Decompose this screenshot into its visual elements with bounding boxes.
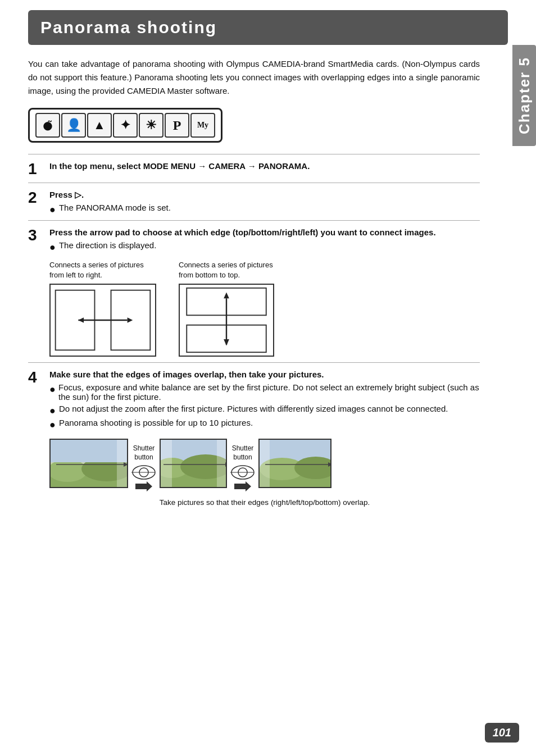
diagram-horizontal-caption: Connects a series of pictures from left … (49, 260, 151, 280)
pano-sequence: Shutterbutton (49, 439, 480, 492)
mode-icon-scene: ☀ (139, 113, 163, 138)
page-header: Panorama shooting (28, 10, 508, 45)
step-4-bullet-1: ● Focus, exposure and white balance are … (49, 382, 480, 402)
camera-icon-2 (230, 464, 255, 480)
diagram-horizontal: Connects a series of pictures from left … (49, 260, 156, 357)
pano-img-1-block (49, 439, 128, 488)
step-2-bullet-1-text: The PANORAMA mode is set. (59, 203, 171, 212)
step-3-bullet-1: ● The direction is displayed. (49, 240, 480, 252)
svg-marker-33 (234, 481, 251, 491)
scene-1-svg (51, 440, 128, 488)
mode-icon-sport: ✦ (113, 113, 138, 138)
mode-icons-row: ●̃ 👤 ▲ ✦ ☀ P My (28, 108, 222, 143)
step-4-bullet-1-text: Focus, exposure and white balance are se… (58, 382, 480, 402)
svg-marker-29 (225, 462, 227, 467)
vertical-arrow-svg (180, 285, 273, 356)
scene-3-svg (260, 440, 331, 488)
pano-img-2 (160, 439, 227, 488)
step-4-number: 4 (28, 370, 49, 385)
shutter-1-label: Shutterbutton (133, 444, 155, 462)
page-title: Panorama shooting (40, 18, 496, 37)
mode-icon-auto: ●̃ (35, 113, 60, 138)
step-3-content: Press the arrow pad to choose at which e… (49, 226, 480, 357)
step-1-title: In the top menu, select MODE MENU → CAME… (49, 160, 480, 172)
chapter-tab: Chapter 5 (512, 45, 536, 146)
bullet-dot-4: ● (49, 406, 56, 416)
step-4-bullet-3-text: Panorama shooting is possible for up to … (59, 418, 253, 427)
pano-img-2-block (160, 439, 227, 488)
step-2-bullet-1: ● The PANORAMA mode is set. (49, 203, 480, 215)
step-2-number: 2 (28, 190, 49, 206)
step-4-content: Make sure that the edges of images overl… (49, 368, 480, 506)
step-4-bullet-3: ● Panorama shooting is possible for up t… (49, 418, 480, 430)
step-3-title: Press the arrow pad to choose at which e… (49, 226, 480, 238)
intro-text: You can take advantage of panorama shoot… (28, 57, 480, 98)
step-3-bullet-1-text: The direction is displayed. (59, 240, 156, 250)
svg-marker-21 (135, 481, 152, 491)
step-3-number: 3 (28, 227, 49, 243)
horizontal-arrow-svg (51, 285, 155, 356)
step-2-title: Press ▷. (49, 189, 480, 201)
svg-rect-38 (260, 440, 270, 488)
step-4-bullet-2-text: Do not adjust the zoom after the first p… (59, 404, 448, 413)
pano-img-3 (258, 439, 331, 488)
right-arrow-2 (234, 480, 251, 493)
pano-caption: Take pictures so that their edges (right… (49, 498, 480, 507)
svg-marker-4 (78, 318, 84, 324)
shutter-1-block: Shutterbutton (128, 444, 160, 492)
main-content: You can take advantage of panorama shoot… (28, 57, 508, 512)
bullet-dot-5: ● (49, 420, 56, 430)
mode-icon-my: My (190, 113, 215, 138)
diagram-vertical-box (179, 284, 274, 357)
diagrams-row: Connects a series of pictures from left … (49, 260, 480, 357)
shutter-2-label: Shutterbutton (232, 444, 254, 462)
svg-rect-26 (161, 440, 172, 488)
camera-icon-1 (131, 464, 156, 480)
step-2: 2 Press ▷. ● The PANORAMA mode is set. (28, 183, 480, 220)
bullet-dot: ● (49, 204, 56, 215)
mode-icon-p: P (165, 113, 189, 138)
diagram-vertical-caption: Connects a series of pictures from botto… (179, 260, 280, 280)
diagram-vertical: Connects a series of pictures from botto… (179, 260, 280, 357)
bullet-dot-3: ● (49, 384, 55, 394)
svg-marker-8 (224, 293, 229, 299)
shutter-2-block: Shutterbutton (227, 444, 258, 492)
pano-img-1 (49, 439, 128, 488)
diagram-horizontal-box (49, 284, 156, 357)
step-2-content: Press ▷. ● The PANORAMA mode is set. (49, 189, 480, 215)
right-arrow-1 (135, 480, 152, 493)
step-4: 4 Make sure that the edges of images ove… (28, 362, 480, 512)
step-4-title: Make sure that the edges of images overl… (49, 368, 480, 380)
svg-marker-3 (128, 318, 133, 324)
step-3: 3 Press the arrow pad to choose at which… (28, 220, 480, 362)
pano-img-3-block (258, 439, 331, 488)
bullet-dot-2: ● (49, 242, 56, 252)
step-1-content: In the top menu, select MODE MENU → CAME… (49, 160, 480, 172)
mode-icon-portrait: 👤 (61, 113, 86, 138)
svg-rect-14 (51, 440, 128, 462)
mode-icon-landscape: ▲ (87, 113, 112, 138)
scene-2-svg (161, 440, 227, 488)
step-1: 1 In the top menu, select MODE MENU → CA… (28, 154, 480, 183)
step-4-bullet-2: ● Do not adjust the zoom after the first… (49, 404, 480, 416)
page-number: 101 (485, 723, 519, 743)
step-1-number: 1 (28, 161, 49, 177)
svg-marker-9 (224, 339, 229, 346)
